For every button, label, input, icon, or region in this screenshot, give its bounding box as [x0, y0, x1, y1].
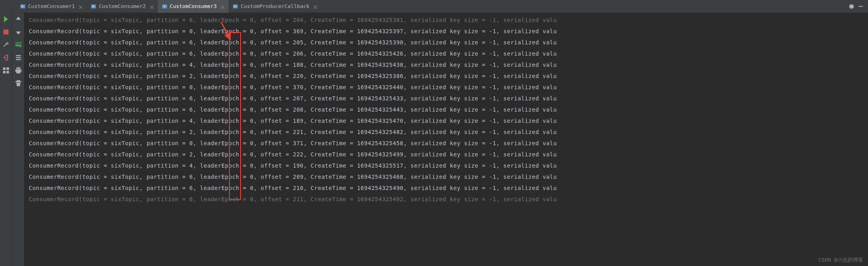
console-line: ConsumerRecord(topic = sixTopic, partiti…	[29, 115, 863, 126]
tab-bar: CustomConsumer1CustomConsumer2CustomCons…	[0, 0, 868, 13]
header-right-controls	[848, 3, 868, 10]
console-line: ConsumerRecord(topic = sixTopic, partiti…	[29, 26, 863, 37]
tab-label: CustomConsumer3	[170, 3, 217, 9]
svg-rect-14	[3, 68, 6, 70]
svg-rect-13	[4, 30, 9, 35]
svg-rect-17	[6, 71, 9, 73]
console-line: ConsumerRecord(topic = sixTopic, partiti…	[29, 104, 863, 115]
console-line: ConsumerRecord(topic = sixTopic, partiti…	[29, 59, 863, 70]
minimize-icon[interactable]	[858, 3, 864, 10]
scroll-to-end-icon[interactable]	[14, 54, 22, 62]
down-icon[interactable]	[14, 28, 22, 36]
soft-wrap-icon[interactable]	[14, 41, 22, 49]
tab-label: CustomProducerCallback	[241, 3, 309, 9]
run-config-icon	[162, 4, 167, 9]
console-line: ConsumerRecord(topic = sixTopic, partiti…	[29, 182, 863, 194]
close-icon[interactable]	[313, 4, 317, 8]
console-line: ConsumerRecord(topic = sixTopic, partiti…	[29, 149, 863, 160]
tab-customconsumer1[interactable]: CustomConsumer1	[16, 0, 87, 13]
svg-rect-16	[3, 71, 6, 73]
layout-icon[interactable]	[2, 66, 10, 74]
run-config-icon	[20, 4, 26, 9]
run-config-icon	[91, 4, 96, 9]
console-line: ConsumerRecord(topic = sixTopic, partiti…	[29, 37, 863, 48]
exit-icon[interactable]	[2, 54, 10, 62]
console-line: ConsumerRecord(topic = sixTopic, partiti…	[29, 82, 863, 93]
wrench-icon[interactable]	[2, 41, 10, 49]
trash-icon[interactable]	[14, 79, 22, 87]
print-icon[interactable]	[14, 66, 22, 74]
stop-icon[interactable]	[2, 28, 10, 36]
gear-icon[interactable]	[848, 3, 854, 10]
console-line: ConsumerRecord(topic = sixTopic, partiti…	[29, 48, 863, 59]
run-toolbar-left	[0, 13, 12, 266]
tab-label: CustomConsumer2	[99, 3, 145, 9]
run-config-icon	[233, 4, 238, 9]
svg-rect-15	[6, 68, 9, 70]
console-toolbar	[12, 13, 24, 266]
console-line: ConsumerRecord(topic = sixTopic, partiti…	[29, 171, 863, 182]
console-line: ConsumerRecord(topic = sixTopic, partiti…	[29, 93, 863, 104]
console-line: ConsumerRecord(topic = sixTopic, partiti…	[29, 70, 863, 82]
close-icon[interactable]	[221, 4, 225, 8]
rerun-icon[interactable]	[2, 15, 10, 23]
console-line: ConsumerRecord(topic = sixTopic, partiti…	[29, 126, 863, 138]
close-icon[interactable]	[150, 4, 154, 8]
console-line: ConsumerRecord(topic = sixTopic, partiti…	[29, 14, 863, 26]
console-line: ConsumerRecord(topic = sixTopic, partiti…	[29, 160, 863, 171]
tab-customproducercallback[interactable]: CustomProducerCallback	[229, 0, 321, 13]
watermark-text: CSDN @小志的博客	[818, 256, 863, 264]
close-icon[interactable]	[79, 4, 83, 8]
tab-label: CustomConsumer1	[28, 3, 75, 9]
tab-customconsumer2[interactable]: CustomConsumer2	[87, 0, 157, 13]
console-line: ConsumerRecord(topic = sixTopic, partiti…	[29, 194, 863, 205]
tab-customconsumer3[interactable]: CustomConsumer3	[158, 0, 229, 13]
up-icon[interactable]	[14, 15, 22, 23]
console-output[interactable]: ConsumerRecord(topic = sixTopic, partiti…	[24, 13, 868, 266]
console-line: ConsumerRecord(topic = sixTopic, partiti…	[29, 138, 863, 149]
